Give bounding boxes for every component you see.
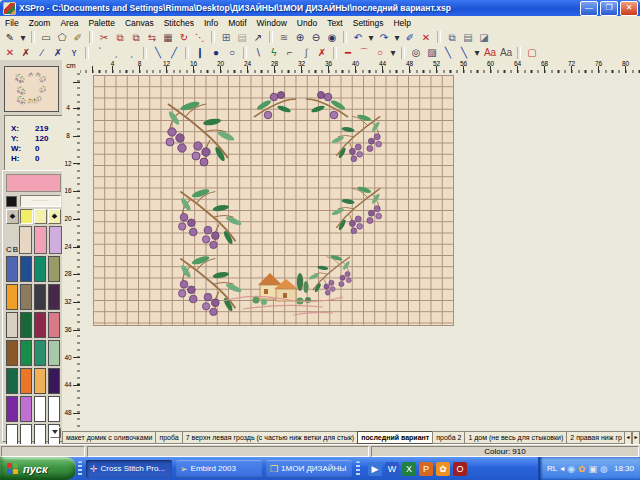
three-quarter-stitch-2-icon[interactable]: ✗ xyxy=(50,45,66,60)
design-tab[interactable]: 1 дом (не весь для стыковки) xyxy=(464,431,567,444)
quick-media-player-icon[interactable]: ▶ xyxy=(368,462,382,476)
palette-swatch[interactable] xyxy=(48,284,60,310)
tray-icq-icon[interactable]: ✿ xyxy=(578,464,586,474)
special-stitch-2-icon[interactable]: ϟ xyxy=(266,45,282,60)
quick-excel-icon[interactable]: X xyxy=(402,462,416,476)
half-stitch-icon[interactable]: ∕ xyxy=(34,45,50,60)
needle-1-icon[interactable]: ╲ xyxy=(440,45,456,60)
motif-grid-icon[interactable]: ▦ xyxy=(160,30,176,45)
thread-color-bar[interactable] xyxy=(34,226,47,254)
mode-diamond-gray[interactable]: ◆ xyxy=(6,209,19,224)
menu-item[interactable]: Help xyxy=(388,18,415,28)
select-polygon-icon[interactable]: ⬠ xyxy=(54,30,70,45)
new-page-icon[interactable]: ▤ xyxy=(460,30,476,45)
selection-marquee-icon[interactable]: ▢ xyxy=(524,45,540,60)
select-rectangle-icon[interactable]: ▭ xyxy=(38,30,54,45)
minimize-button[interactable]: — xyxy=(580,1,598,16)
special-stitch-1-icon[interactable]: ∖ xyxy=(250,45,266,60)
palette-swatch[interactable] xyxy=(20,312,32,338)
french-knot-open-icon[interactable]: ○ xyxy=(224,45,240,60)
pointer-arrow-icon[interactable]: ↗ xyxy=(250,30,266,45)
palette-swatch[interactable] xyxy=(6,256,18,282)
stitch-grid-canvas[interactable] xyxy=(93,75,454,326)
menu-item[interactable]: Window xyxy=(252,18,292,28)
palette-swatch[interactable] xyxy=(6,312,18,338)
palette-swatch[interactable] xyxy=(48,312,60,338)
menu-item[interactable]: Text xyxy=(322,18,348,28)
design-tab[interactable]: 7 верхн левая гроздь (с частью ниж ветки… xyxy=(182,431,358,444)
palette-swatch[interactable] xyxy=(20,340,32,366)
french-knot-bar-icon[interactable]: ❙ xyxy=(192,45,208,60)
petite-stitch-3-icon[interactable]: ˎ xyxy=(124,45,140,60)
find-icon[interactable]: ◎ xyxy=(408,45,424,60)
copy-design-icon[interactable]: ⧉ xyxy=(444,30,460,45)
copy-icon[interactable]: ⧉ xyxy=(112,30,128,45)
palette-swatch[interactable] xyxy=(34,340,46,366)
thick-line-icon[interactable]: ━ xyxy=(340,45,356,60)
mode-diamond-yellow[interactable]: ◆ xyxy=(48,209,61,224)
view-monitor-icon[interactable]: ⊞ xyxy=(218,30,234,45)
mode-pale-yellow[interactable] xyxy=(34,209,47,224)
palette-swatch[interactable] xyxy=(34,312,46,338)
petite-stitch-1-icon[interactable]: ˋ xyxy=(92,45,108,60)
palette-swatch[interactable] xyxy=(48,368,60,394)
task-cross-stitch-pro[interactable]: ✛Cross Stitch Pro... xyxy=(86,460,172,478)
undo-dropdown-icon[interactable]: ▾ xyxy=(366,30,376,45)
cut-icon[interactable]: ✂ xyxy=(96,30,112,45)
text-large-icon[interactable]: Aa xyxy=(498,45,514,60)
design-tab[interactable]: макет домик с оливочками xyxy=(62,431,156,444)
menu-item[interactable]: Undo xyxy=(292,18,322,28)
print-icon[interactable]: ▤ xyxy=(234,30,250,45)
quick-icq-icon[interactable]: ✿ xyxy=(436,462,450,476)
needle-2-icon[interactable]: ╲ xyxy=(456,45,472,60)
export-icon[interactable]: ◪ xyxy=(476,30,492,45)
circle-icon[interactable]: ○ xyxy=(372,45,388,60)
task-embird-2003[interactable]: ➢Embird 2003 xyxy=(176,460,262,478)
freehand-dropdown-icon[interactable]: ▾ xyxy=(18,30,28,45)
quick-word-icon[interactable]: W xyxy=(385,462,399,476)
backstitch-right-icon[interactable]: ╱ xyxy=(166,45,182,60)
palette-scroll-down-button[interactable] xyxy=(50,427,61,438)
thread-color-bar[interactable] xyxy=(19,226,32,254)
mirror-icon[interactable]: ⇆ xyxy=(144,30,160,45)
palette-swatch[interactable] xyxy=(6,340,18,366)
points-icon[interactable]: ⋱ xyxy=(192,30,208,45)
menu-item[interactable]: Stitches xyxy=(159,18,199,28)
quick-powerpoint-icon[interactable]: P xyxy=(419,462,433,476)
design-tab[interactable]: последний вариант xyxy=(357,431,433,444)
pen-icon[interactable]: ✐ xyxy=(402,30,418,45)
redo-dropdown-icon[interactable]: ▾ xyxy=(392,30,402,45)
zoom-100-icon[interactable]: ◉ xyxy=(324,30,340,45)
curve-icon[interactable]: ⌒ xyxy=(356,45,372,60)
circle-dropdown-icon[interactable]: ▾ xyxy=(388,45,398,60)
palette-swatch[interactable] xyxy=(20,256,32,282)
french-knot-filled-icon[interactable]: ● xyxy=(208,45,224,60)
select-edit-icon[interactable]: ✐ xyxy=(70,30,86,45)
full-cross-stitch-icon[interactable]: ✕ xyxy=(2,45,18,60)
palette-swatch[interactable] xyxy=(20,284,32,310)
palette-swatch[interactable] xyxy=(34,284,46,310)
menu-item[interactable]: Canvas xyxy=(120,18,159,28)
zoom-out-icon[interactable]: ⊖ xyxy=(308,30,324,45)
thread-color-bar[interactable] xyxy=(49,226,62,254)
pattern-fill-icon[interactable]: ▨ xyxy=(424,45,440,60)
palette-swatch[interactable] xyxy=(34,396,46,422)
palette-swatch[interactable] xyxy=(34,368,46,394)
menu-item[interactable]: Info xyxy=(199,18,223,28)
palette-swatch[interactable] xyxy=(20,368,32,394)
palette-swatch[interactable] xyxy=(34,256,46,282)
special-stitch-5-icon[interactable]: ✗ xyxy=(314,45,330,60)
tray-chevron-icon[interactable]: ◂ xyxy=(560,464,564,473)
design-tab[interactable]: 2 правая ниж гр xyxy=(566,431,624,444)
palette-swatch[interactable] xyxy=(20,396,32,422)
special-stitch-3-icon[interactable]: ⌐ xyxy=(282,45,298,60)
secondary-color-swatch[interactable] xyxy=(6,196,17,207)
three-quarter-stitch-icon[interactable]: ✗ xyxy=(18,45,34,60)
menu-item[interactable]: Motif xyxy=(223,18,251,28)
quick-opera-icon[interactable]: O xyxy=(453,462,467,476)
rotate-icon[interactable]: ↻ xyxy=(176,30,192,45)
needle-dropdown-icon[interactable]: ▾ xyxy=(472,45,482,60)
maximize-button[interactable]: ❐ xyxy=(600,1,618,16)
delete-icon[interactable]: ✕ xyxy=(418,30,434,45)
menu-item[interactable]: File xyxy=(0,18,24,28)
